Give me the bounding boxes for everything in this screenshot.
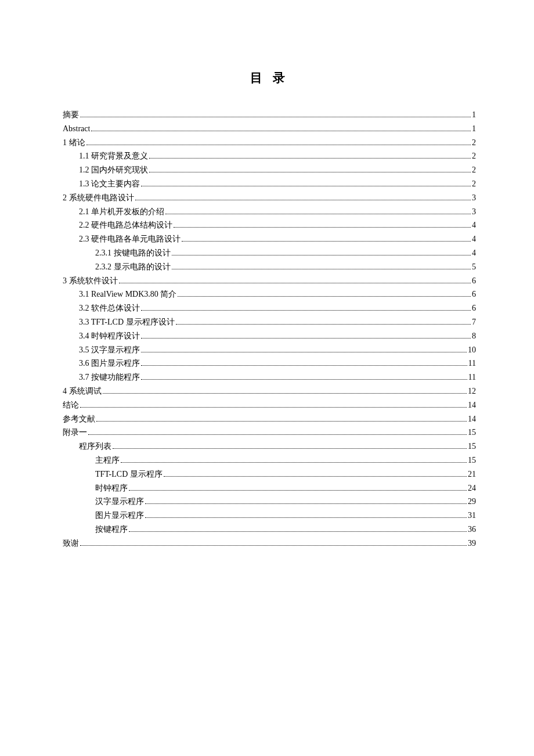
toc-entry-page: 39: [468, 537, 476, 550]
toc-entry-label: 4 系统调试: [63, 384, 102, 398]
toc-entry: 摘要1: [63, 108, 476, 122]
toc-leader-dots: [141, 352, 467, 352]
toc-leader-dots: [145, 517, 467, 518]
toc-entry-label: 时钟程序: [95, 481, 128, 495]
toc-leader-dots: [141, 310, 471, 311]
toc-entry-page: 2: [472, 177, 476, 191]
toc-leader-dots: [141, 338, 471, 339]
toc-entry-page: 11: [468, 370, 476, 384]
toc-entry-label: 附录一: [63, 426, 87, 440]
toc-entry: 4 系统调试12: [63, 384, 476, 398]
toc-entry-label: 汉字显示程序: [95, 495, 144, 509]
toc-entry-page: 4: [472, 232, 476, 246]
toc-entry: 3.6 图片显示程序11: [63, 357, 476, 370]
toc-entry-page: 11: [468, 357, 476, 370]
toc-leader-dots: [113, 448, 467, 449]
toc-entry: 1.3 论文主要内容2: [63, 177, 476, 191]
toc-entry-page: 2: [472, 163, 476, 177]
toc-entry-label: 程序列表: [79, 440, 111, 453]
toc-entry-label: 1.3 论文主要内容: [79, 177, 140, 191]
toc-entry-label: 参考文献: [63, 412, 95, 426]
toc-leader-dots: [182, 241, 471, 242]
toc-entry: Abstract1: [63, 122, 476, 136]
toc-entry-label: 2.1 单片机开发板的介绍: [79, 205, 164, 219]
toc-entry: 1 绪论2: [63, 136, 476, 150]
toc-entry-label: 2.2 硬件电路总体结构设计: [79, 218, 172, 232]
toc-entry-label: 3.3 TFT-LCD 显示程序设计: [79, 315, 175, 329]
toc-leader-dots: [145, 503, 467, 504]
toc-entry: 主程序15: [63, 453, 476, 467]
toc-entry-page: 4: [472, 218, 476, 232]
toc-entry-page: 7: [472, 315, 476, 329]
toc-entry-page: 31: [468, 509, 476, 523]
toc-entry-page: 3: [472, 191, 476, 205]
toc-entry-label: 1 绪论: [63, 136, 85, 150]
toc-leader-dots: [103, 393, 467, 394]
toc-leader-dots: [88, 434, 467, 435]
toc-entry: 3.2 软件总体设计6: [63, 301, 476, 315]
toc-container: 摘要1Abstract11 绪论21.1 研究背景及意义21.2 国内外研究现状…: [63, 108, 476, 550]
toc-entry-page: 21: [468, 467, 476, 481]
toc-leader-dots: [176, 324, 471, 325]
toc-entry: 2.3.1 按键电路的设计4: [63, 246, 476, 260]
toc-entry: 2.3.2 显示电路的设计5: [63, 260, 476, 274]
toc-entry: 参考文献14: [63, 412, 476, 426]
toc-entry: 附录一15: [63, 426, 476, 440]
toc-entry-page: 15: [468, 453, 476, 467]
toc-entry-page: 1: [472, 122, 476, 136]
toc-leader-dots: [80, 407, 467, 408]
toc-entry: 3 系统软件设计6: [63, 274, 476, 288]
toc-entry-page: 3: [472, 205, 476, 219]
toc-entry-page: 4: [472, 246, 476, 260]
toc-entry-label: 3 系统软件设计: [63, 274, 118, 288]
toc-leader-dots: [80, 545, 467, 546]
toc-entry: 按键程序36: [63, 523, 476, 537]
toc-leader-dots: [172, 269, 471, 269]
toc-leader-dots: [119, 283, 471, 283]
toc-entry: 3.1 RealView MDK3.80 简介6: [63, 287, 476, 301]
toc-entry: TFT-LCD 显示程序21: [63, 467, 476, 481]
toc-entry: 2.3 硬件电路各单元电路设计4: [63, 232, 476, 246]
toc-leader-dots: [149, 172, 471, 172]
toc-entry: 图片显示程序31: [63, 509, 476, 523]
toc-entry: 3.5 汉字显示程序10: [63, 343, 476, 357]
toc-entry-label: 2.3.1 按键电路的设计: [95, 246, 171, 260]
toc-entry-label: 图片显示程序: [95, 509, 144, 523]
toc-entry: 1.2 国内外研究现状2: [63, 163, 476, 177]
toc-entry-page: 14: [468, 412, 476, 426]
toc-entry-page: 29: [468, 495, 476, 509]
toc-leader-dots: [135, 200, 471, 200]
toc-entry-page: 15: [468, 426, 476, 440]
toc-entry: 时钟程序24: [63, 481, 476, 495]
toc-leader-dots: [178, 296, 471, 297]
toc-leader-dots: [86, 145, 471, 145]
toc-entry-label: Abstract: [63, 122, 90, 136]
toc-entry-page: 24: [468, 481, 476, 495]
toc-entry: 3.3 TFT-LCD 显示程序设计7: [63, 315, 476, 329]
toc-leader-dots: [91, 131, 471, 131]
toc-entry-label: 1.2 国内外研究现状: [79, 163, 148, 177]
toc-entry-label: 按键程序: [95, 523, 128, 537]
toc-entry-page: 36: [468, 523, 476, 537]
toc-entry-page: 6: [472, 301, 476, 315]
toc-entry-label: 2.3.2 显示电路的设计: [95, 260, 171, 274]
toc-entry-label: TFT-LCD 显示程序: [95, 467, 163, 481]
toc-entry-page: 12: [468, 384, 476, 398]
toc-title: 目 录: [63, 70, 476, 86]
toc-entry-page: 15: [468, 440, 476, 453]
toc-entry-label: 致谢: [63, 537, 79, 550]
toc-leader-dots: [129, 531, 467, 532]
toc-entry-label: 3.5 汉字显示程序: [79, 343, 140, 357]
toc-entry-label: 2.3 硬件电路各单元电路设计: [79, 232, 181, 246]
toc-entry: 程序列表15: [63, 440, 476, 453]
toc-entry-label: 结论: [63, 398, 79, 412]
toc-leader-dots: [121, 462, 467, 463]
toc-entry-label: 1.1 研究背景及意义: [79, 149, 148, 163]
toc-entry: 2.2 硬件电路总体结构设计4: [63, 218, 476, 232]
toc-entry: 2 系统硬件电路设计3: [63, 191, 476, 205]
toc-leader-dots: [172, 255, 471, 255]
toc-entry-page: 10: [468, 343, 476, 357]
toc-entry-label: 摘要: [63, 108, 79, 122]
toc-entry-page: 1: [472, 108, 476, 122]
toc-entry-page: 14: [468, 398, 476, 412]
